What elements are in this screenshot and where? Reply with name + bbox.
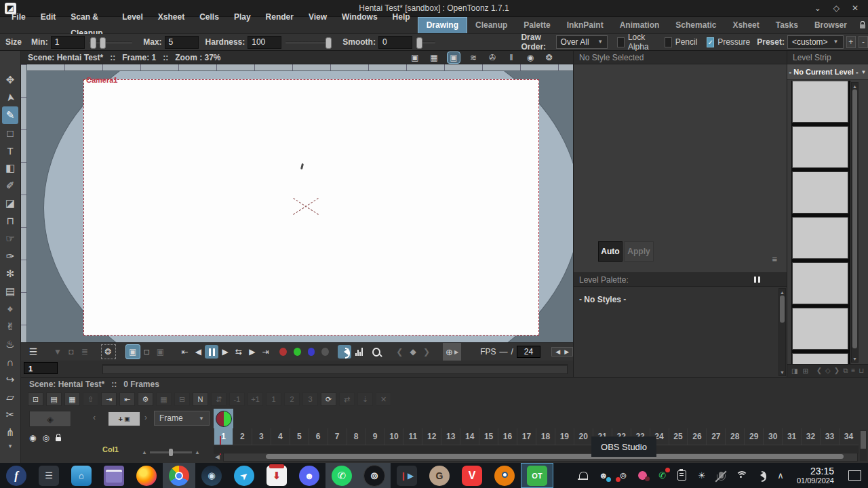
save-sequence-icon[interactable]: ▼ <box>51 345 64 359</box>
volume-icon[interactable] <box>755 469 767 481</box>
drop-down-icon[interactable]: ⇣ <box>357 392 373 406</box>
view-mode-camera-icon[interactable]: ▣ <box>153 345 167 359</box>
auto-button[interactable]: Auto <box>598 241 623 262</box>
onion-skin-icon[interactable]: ≋ <box>467 52 479 63</box>
viewer-menu-icon[interactable]: ☰ <box>26 345 40 359</box>
loop-icon[interactable]: ⇆ <box>232 345 245 359</box>
toggle-numbering-icon[interactable]: N <box>193 392 208 406</box>
vertical-ruler[interactable] <box>21 64 27 342</box>
apply-button[interactable]: Apply <box>624 241 654 262</box>
size-min-value[interactable]: 1 <box>51 36 85 49</box>
draw-order-dropdown[interactable]: Over All▼ <box>556 35 608 49</box>
pressure-checkbox[interactable]: ✓ <box>707 37 714 47</box>
frame-19[interactable]: 19 <box>555 428 574 445</box>
level-strip-frame-5[interactable] <box>792 262 848 304</box>
camera-test-icon[interactable]: ⚙ <box>138 392 153 406</box>
frame-8[interactable]: 8 <box>347 428 366 445</box>
key-icon[interactable]: ◆ <box>406 345 420 359</box>
strip-grid-icon[interactable]: ⧉ <box>843 367 848 375</box>
reframe-icon[interactable]: ⇧ <box>83 392 98 406</box>
frame-26[interactable]: 26 <box>687 428 706 445</box>
style-picker-tool[interactable]: ☞ <box>2 230 18 247</box>
more-tools-icon[interactable]: ▾ <box>9 443 12 449</box>
taskbar-app-firefox[interactable] <box>130 463 163 488</box>
clear-icon[interactable]: ✕ <box>376 392 391 406</box>
repeat-icon[interactable]: ⟳ <box>321 392 336 406</box>
frame-16[interactable]: 16 <box>498 428 517 445</box>
room-tab-drawing[interactable]: Drawing <box>418 17 467 33</box>
room-tab-inknpaint[interactable]: InknPaint <box>559 17 612 33</box>
magnet-tool[interactable]: ∩ <box>2 353 18 371</box>
geometric-tool[interactable]: □ <box>2 124 18 142</box>
taskbar-app-software-store[interactable]: ⌂ <box>65 463 98 488</box>
next-frame-icon[interactable]: ▶ <box>245 345 259 359</box>
clipboard-tray-icon[interactable] <box>676 469 688 481</box>
hardness-value[interactable]: 100 <box>248 36 281 49</box>
frame-12[interactable]: 12 <box>422 428 441 445</box>
previous-frame-icon[interactable]: ◀ <box>191 345 205 359</box>
new-raster-level-icon[interactable]: ▤ <box>46 392 62 406</box>
frame-28[interactable]: 28 <box>725 428 744 445</box>
taskbar-app-fedora-menu[interactable]: f <box>0 463 33 488</box>
tray-expand-chevron-icon[interactable]: ∧ <box>774 469 787 481</box>
frame-27[interactable]: 27 <box>706 428 725 445</box>
previous-key-icon[interactable]: ❮ <box>393 345 406 359</box>
freeze-icon[interactable]: ‖ <box>505 52 517 63</box>
level-strip-frame-1[interactable] <box>792 81 848 123</box>
define-sub-camera-icon[interactable]: ❂ <box>101 344 116 359</box>
control-point-editor-tool[interactable]: ⌖ <box>2 300 18 318</box>
selection-tool[interactable]: ➤ <box>2 89 18 106</box>
frame-9[interactable]: 9 <box>366 428 384 445</box>
taskbar-app-chrome[interactable] <box>163 463 195 488</box>
notifications-bell-icon[interactable] <box>578 469 590 481</box>
iron-tool[interactable]: ▱ <box>2 388 18 406</box>
microphone-muted-icon[interactable] <box>715 469 728 481</box>
strip-list-icon[interactable]: ≡ <box>851 367 855 375</box>
view-mode-standard-icon[interactable]: ▣ <box>125 344 140 359</box>
pause-button[interactable] <box>205 345 218 359</box>
frame-6[interactable]: 6 <box>309 428 328 445</box>
strip-prev-icon[interactable]: ❮ <box>816 367 822 375</box>
remove-preset-button[interactable]: - <box>859 36 868 48</box>
frame-10[interactable]: 10 <box>384 428 403 445</box>
pump-tool[interactable]: ♨ <box>2 336 18 353</box>
column-visibility-icon[interactable]: ◉ <box>29 433 36 443</box>
headset-person-icon[interactable]: ☻ <box>597 469 610 481</box>
lock-alpha-checkbox[interactable] <box>617 37 625 47</box>
alpha-channel-icon[interactable] <box>321 348 329 356</box>
brush-tool[interactable]: ✎ <box>2 106 18 124</box>
save-cells-icon[interactable]: ⇤ <box>119 392 135 406</box>
add-frame-button[interactable]: +▣ <box>108 411 140 426</box>
style-panel-menu-icon[interactable]: ≡ <box>772 254 777 264</box>
camera-capture-icon[interactable]: ✇ <box>486 52 498 63</box>
palette-scrollbar[interactable]: ▲ ▼ <box>778 288 786 376</box>
snapshot-icon[interactable]: ◘ <box>64 345 78 359</box>
view-mode-3d-icon[interactable]: □ <box>140 345 154 359</box>
frame-25[interactable]: 25 <box>669 428 688 445</box>
taskbar-app-telegram[interactable]: ➤ <box>228 463 260 488</box>
new-toonz-raster-level-icon[interactable]: ⊡ <box>28 392 43 406</box>
smart-raster-brush-tool[interactable]: ✐ <box>2 177 18 195</box>
size-max-value[interactable]: 5 <box>165 36 199 49</box>
room-tab-xsheet[interactable]: Xsheet <box>724 17 767 33</box>
taskbar-app-opentoonz[interactable]: OT <box>521 463 553 488</box>
room-tab-browser[interactable]: Browser <box>806 17 855 33</box>
xsheet-zoom-slider[interactable]: ▲ ▲ <box>142 449 200 455</box>
step-1-icon[interactable]: 1 <box>266 392 281 406</box>
taskbar-app-vivaldi[interactable]: V <box>456 463 488 488</box>
whatsapp-tray-icon[interactable]: ✆ <box>656 469 669 481</box>
frame-20[interactable]: 20 <box>574 428 593 445</box>
taskbar-app-kdenlive[interactable]: ❙▶ <box>391 463 423 488</box>
eraser-tool[interactable]: ◪ <box>2 195 18 212</box>
histogram-icon[interactable] <box>355 348 363 356</box>
locator-icon[interactable]: ⊕▶ <box>443 343 461 361</box>
frame-15[interactable]: 15 <box>479 428 498 445</box>
animate-tool[interactable]: ✥ <box>2 71 18 89</box>
scroll-left-icon[interactable]: ◀ <box>215 453 220 460</box>
red-channel-icon[interactable] <box>279 348 287 356</box>
strip-dock-icon[interactable]: ⊔ <box>859 367 864 375</box>
frame-30[interactable]: 30 <box>763 428 782 445</box>
preview-icon[interactable]: ◉ <box>524 52 536 63</box>
type-tool[interactable]: T <box>2 142 18 159</box>
taskbar-app-gimp[interactable]: G <box>423 463 456 488</box>
